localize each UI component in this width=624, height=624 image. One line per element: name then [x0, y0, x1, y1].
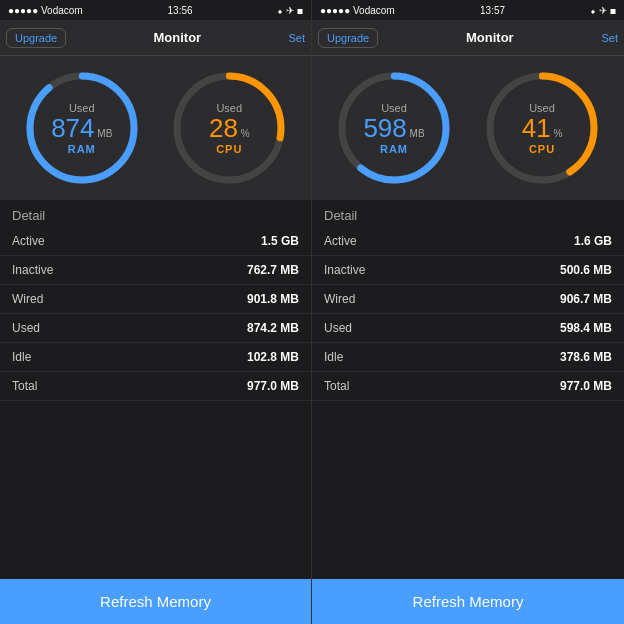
detail-row-label: Active [12, 234, 45, 248]
ram-gauge-value: 874 MB [51, 115, 112, 141]
refresh-memory-button[interactable]: Refresh Memory [312, 579, 624, 624]
detail-table: Active 1.5 GB Inactive 762.7 MB Wired 90… [0, 227, 311, 401]
detail-row-value: 378.6 MB [560, 350, 612, 364]
detail-row-value: 598.4 MB [560, 321, 612, 335]
detail-section: Detail Active 1.6 GB Inactive 500.6 MB W… [312, 200, 624, 579]
detail-row-label: Idle [12, 350, 31, 364]
ram-gauge-inner: Used 598 MB RAM [334, 68, 454, 188]
detail-row: Used 874.2 MB [0, 314, 311, 343]
nav-title: Monitor [466, 30, 514, 45]
settings-button[interactable]: Set [288, 32, 305, 44]
cpu-gauge-label-bottom: CPU [216, 143, 242, 155]
detail-table: Active 1.6 GB Inactive 500.6 MB Wired 90… [312, 227, 624, 401]
status-time: 13:56 [168, 5, 193, 16]
cpu-gauge-inner: Used 28 % CPU [169, 68, 289, 188]
detail-row-label: Wired [12, 292, 43, 306]
cpu-gauge-unit: % [238, 128, 250, 139]
detail-row-value: 102.8 MB [247, 350, 299, 364]
detail-row-label: Active [324, 234, 357, 248]
detail-row-value: 500.6 MB [560, 263, 612, 277]
settings-button[interactable]: Set [601, 32, 618, 44]
gauges-area: Used 874 MB RAM Used 28 % CPU [0, 56, 311, 200]
detail-row-value: 977.0 MB [247, 379, 299, 393]
ram-gauge: Used 874 MB RAM [22, 68, 142, 188]
detail-row: Idle 378.6 MB [312, 343, 624, 372]
ram-gauge-unit: MB [95, 128, 113, 139]
cpu-gauge: Used 41 % CPU [482, 68, 602, 188]
upgrade-button[interactable]: Upgrade [6, 28, 66, 48]
detail-row-value: 874.2 MB [247, 321, 299, 335]
ram-gauge-label-bottom: RAM [380, 143, 408, 155]
cpu-gauge-unit: % [551, 128, 563, 139]
navbar: Upgrade Monitor Set [0, 20, 311, 56]
navbar: Upgrade Monitor Set [312, 20, 624, 56]
detail-row-value: 762.7 MB [247, 263, 299, 277]
status-icons: ⬥ ✈ ◼ [590, 5, 616, 16]
cpu-gauge-label-top: Used [529, 102, 555, 114]
detail-row: Wired 906.7 MB [312, 285, 624, 314]
detail-row: Inactive 762.7 MB [0, 256, 311, 285]
detail-row: Idle 102.8 MB [0, 343, 311, 372]
detail-row: Total 977.0 MB [0, 372, 311, 401]
detail-row-value: 906.7 MB [560, 292, 612, 306]
ram-gauge-inner: Used 874 MB RAM [22, 68, 142, 188]
detail-row: Active 1.6 GB [312, 227, 624, 256]
status-time: 13:57 [480, 5, 505, 16]
detail-header: Detail [0, 200, 311, 227]
detail-row: Used 598.4 MB [312, 314, 624, 343]
detail-row-label: Used [324, 321, 352, 335]
panel-1: ●●●●● Vodacom 13:57 ⬥ ✈ ◼ Upgrade Monito… [312, 0, 624, 624]
detail-section: Detail Active 1.5 GB Inactive 762.7 MB W… [0, 200, 311, 579]
gauges-area: Used 598 MB RAM Used 41 % CPU [312, 56, 624, 200]
status-bar: ●●●●● Vodacom 13:57 ⬥ ✈ ◼ [312, 0, 624, 20]
detail-row-value: 1.6 GB [574, 234, 612, 248]
ram-gauge-value: 598 MB [363, 115, 424, 141]
detail-row-label: Used [12, 321, 40, 335]
upgrade-button[interactable]: Upgrade [318, 28, 378, 48]
ram-gauge-unit: MB [407, 128, 425, 139]
status-icons: ⬥ ✈ ◼ [277, 5, 303, 16]
cpu-gauge-label-top: Used [216, 102, 242, 114]
ram-gauge-label-bottom: RAM [68, 143, 96, 155]
cpu-gauge-inner: Used 41 % CPU [482, 68, 602, 188]
detail-row-label: Inactive [324, 263, 365, 277]
nav-title: Monitor [154, 30, 202, 45]
status-bar: ●●●●● Vodacom 13:56 ⬥ ✈ ◼ [0, 0, 311, 20]
ram-gauge-label-top: Used [381, 102, 407, 114]
detail-header: Detail [312, 200, 624, 227]
detail-row-label: Total [324, 379, 349, 393]
ram-gauge: Used 598 MB RAM [334, 68, 454, 188]
refresh-memory-button[interactable]: Refresh Memory [0, 579, 311, 624]
detail-row-label: Total [12, 379, 37, 393]
detail-row-value: 1.5 GB [261, 234, 299, 248]
status-carrier: ●●●●● Vodacom [320, 5, 395, 16]
detail-row-value: 901.8 MB [247, 292, 299, 306]
detail-row-label: Inactive [12, 263, 53, 277]
ram-gauge-label-top: Used [69, 102, 95, 114]
detail-row-label: Wired [324, 292, 355, 306]
cpu-gauge-value: 28 % [209, 115, 250, 141]
detail-row: Wired 901.8 MB [0, 285, 311, 314]
detail-row: Inactive 500.6 MB [312, 256, 624, 285]
detail-row: Active 1.5 GB [0, 227, 311, 256]
detail-row: Total 977.0 MB [312, 372, 624, 401]
panel-0: ●●●●● Vodacom 13:56 ⬥ ✈ ◼ Upgrade Monito… [0, 0, 312, 624]
detail-row-label: Idle [324, 350, 343, 364]
status-carrier: ●●●●● Vodacom [8, 5, 83, 16]
detail-row-value: 977.0 MB [560, 379, 612, 393]
cpu-gauge-value: 41 % [522, 115, 563, 141]
cpu-gauge-label-bottom: CPU [529, 143, 555, 155]
cpu-gauge: Used 28 % CPU [169, 68, 289, 188]
